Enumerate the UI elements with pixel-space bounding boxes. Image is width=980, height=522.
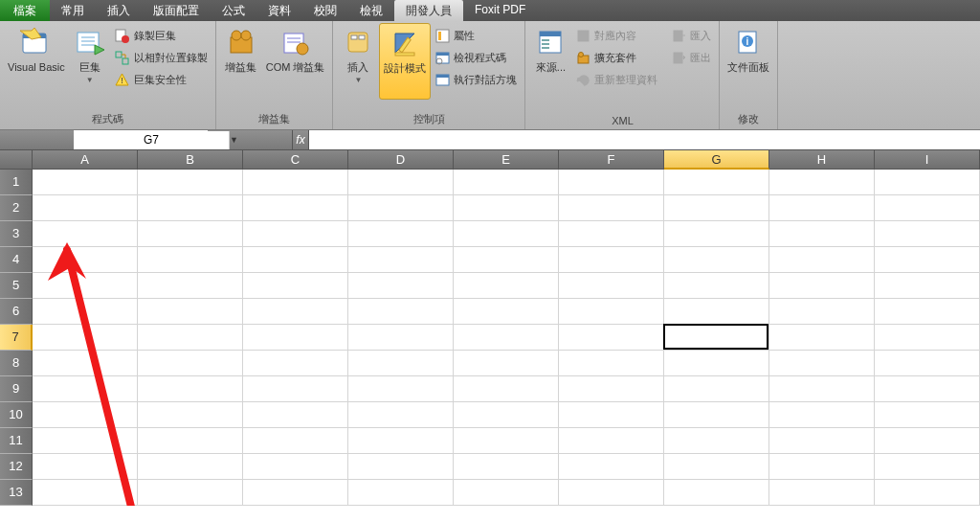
cell-H2[interactable] (769, 195, 875, 221)
cell-D4[interactable] (348, 247, 454, 273)
cell-G4[interactable] (664, 247, 769, 273)
row-header-4[interactable]: 4 (0, 247, 33, 273)
cell-A1[interactable] (33, 170, 138, 195)
cell-C7[interactable] (243, 325, 348, 351)
row-header-6[interactable]: 6 (0, 299, 33, 325)
cell-F8[interactable] (559, 351, 664, 376)
cell-C11[interactable] (243, 428, 348, 454)
cell-G12[interactable] (664, 454, 769, 480)
cell-F11[interactable] (559, 428, 664, 454)
cell-I4[interactable] (875, 247, 980, 273)
export-button[interactable]: 匯出 (667, 47, 715, 68)
row-header-2[interactable]: 2 (0, 195, 33, 221)
row-header-11[interactable]: 11 (0, 428, 33, 454)
cell-B13[interactable] (138, 480, 243, 506)
cell-H8[interactable] (769, 351, 875, 376)
row-header-7[interactable]: 7 (0, 325, 33, 351)
cell-C8[interactable] (243, 351, 348, 376)
cell-D1[interactable] (348, 170, 454, 195)
select-all-corner[interactable] (0, 150, 33, 170)
cell-D10[interactable] (348, 402, 454, 428)
cell-A5[interactable] (33, 273, 138, 299)
cell-G10[interactable] (664, 402, 769, 428)
cell-B3[interactable] (138, 221, 243, 247)
cell-H5[interactable] (769, 273, 875, 299)
cells-area[interactable] (33, 170, 980, 506)
cell-B7[interactable] (138, 325, 243, 351)
cell-I9[interactable] (875, 376, 980, 402)
tab-版面配置[interactable]: 版面配置 (142, 0, 211, 21)
cell-I12[interactable] (875, 454, 980, 480)
cell-A2[interactable] (33, 195, 138, 221)
cell-A8[interactable] (33, 351, 138, 376)
cell-A9[interactable] (33, 376, 138, 402)
cell-F6[interactable] (559, 299, 664, 325)
cell-D3[interactable] (348, 221, 454, 247)
cell-F5[interactable] (559, 273, 664, 299)
formula-input[interactable] (309, 130, 980, 149)
cell-C1[interactable] (243, 170, 348, 195)
tab-檢視[interactable]: 檢視 (348, 0, 394, 21)
insert-control-button[interactable]: 插入 ▼ (337, 23, 379, 100)
document-panel-button[interactable]: i 文件面板 (724, 23, 773, 100)
cell-D2[interactable] (348, 195, 454, 221)
row-header-5[interactable]: 5 (0, 273, 33, 299)
cell-G11[interactable] (664, 428, 769, 454)
view-code-button[interactable]: 檢視程式碼 (431, 47, 521, 68)
tab-資料[interactable]: 資料 (256, 0, 302, 21)
cell-E5[interactable] (454, 273, 559, 299)
cell-A11[interactable] (33, 428, 138, 454)
column-header-H[interactable]: H (769, 150, 875, 170)
row-header-8[interactable]: 8 (0, 351, 33, 376)
cell-C6[interactable] (243, 299, 348, 325)
macros-button[interactable]: 巨集 ▼ (69, 23, 111, 100)
cell-I11[interactable] (875, 428, 980, 454)
cell-E11[interactable] (454, 428, 559, 454)
row-header-12[interactable]: 12 (0, 454, 33, 480)
record-macro-button[interactable]: 錄製巨集 (111, 25, 212, 46)
cell-C10[interactable] (243, 402, 348, 428)
import-button[interactable]: 匯入 (667, 25, 715, 46)
tab-開發人員[interactable]: 開發人員 (394, 0, 463, 21)
cell-E9[interactable] (454, 376, 559, 402)
tab-校閱[interactable]: 校閱 (302, 0, 348, 21)
cell-G13[interactable] (664, 480, 769, 506)
cell-E10[interactable] (454, 402, 559, 428)
cell-G1[interactable] (664, 170, 769, 195)
cell-B12[interactable] (138, 454, 243, 480)
cell-H10[interactable] (769, 402, 875, 428)
expansion-packs-button[interactable]: 擴充套件 (571, 47, 661, 68)
cell-H9[interactable] (769, 376, 875, 402)
addins-button[interactable]: 增益集 (220, 23, 262, 100)
cell-I7[interactable] (875, 325, 980, 351)
name-box[interactable]: ▼ (74, 130, 208, 149)
cell-E3[interactable] (454, 221, 559, 247)
cell-D6[interactable] (348, 299, 454, 325)
cell-E1[interactable] (454, 170, 559, 195)
cell-C12[interactable] (243, 454, 348, 480)
row-header-3[interactable]: 3 (0, 221, 33, 247)
cell-G9[interactable] (664, 376, 769, 402)
column-header-I[interactable]: I (875, 150, 980, 170)
cell-I13[interactable] (875, 480, 980, 506)
cell-E6[interactable] (454, 299, 559, 325)
tab-插入[interactable]: 插入 (96, 0, 142, 21)
cell-B8[interactable] (138, 351, 243, 376)
cell-F12[interactable] (559, 454, 664, 480)
cell-C3[interactable] (243, 221, 348, 247)
cell-D8[interactable] (348, 351, 454, 376)
cell-F2[interactable] (559, 195, 664, 221)
cell-E4[interactable] (454, 247, 559, 273)
column-header-E[interactable]: E (454, 150, 559, 170)
column-header-G[interactable]: G (664, 150, 769, 170)
cell-C9[interactable] (243, 376, 348, 402)
cell-B10[interactable] (138, 402, 243, 428)
cell-I10[interactable] (875, 402, 980, 428)
fx-button[interactable]: fx (292, 130, 309, 149)
cell-F7[interactable] (559, 325, 664, 351)
source-button[interactable]: 來源... (529, 23, 571, 100)
cell-B6[interactable] (138, 299, 243, 325)
visual-basic-button[interactable]: Visual Basic (4, 23, 69, 100)
column-header-F[interactable]: F (559, 150, 664, 170)
column-header-D[interactable]: D (348, 150, 454, 170)
